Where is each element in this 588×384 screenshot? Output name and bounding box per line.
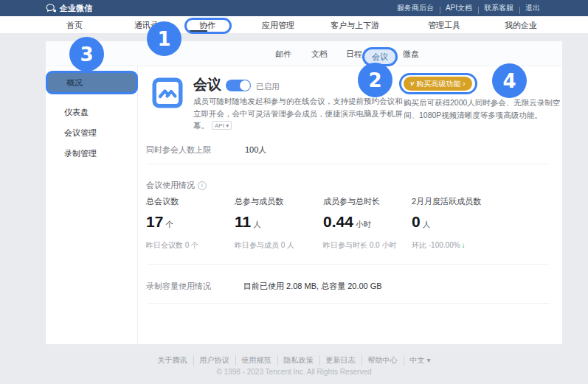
divider-3 [148,303,550,304]
footer: 关于腾讯 用户协议 使用规范 隐私政策 更新日志 帮助中心 中文 ▾ [0,355,588,366]
page: 企业微信 服务商后台 API文档 联系客服 退出 首页 通讯录 协作 应用管理 … [0,0,588,384]
topbar-link-provider-console[interactable]: 服务商后台 [391,3,440,13]
footer-link-terms[interactable]: 用户协议 [193,355,235,366]
usage-title: 会议使用情况 i [146,180,207,191]
stat-label: 2月月度活跃成员数 [412,196,499,207]
limit-value: 100人 [245,144,266,156]
nav-item-admin-tools[interactable]: 管理工具 [428,16,460,34]
meeting-app-icon [151,77,184,109]
divider-1 [148,164,550,164]
stat-label: 总参与成员数 [235,196,322,207]
copyright: © 1998 - 2023 Tencent Inc. All Rights Re… [0,368,588,376]
stat-sub: 环比 -100.00%↓ [412,240,499,251]
brand[interactable]: 企业微信 [46,0,92,16]
app-description: 成员可随时随地发起和参与的在线会议，支持提前预约会议和立即开会，会中可灵活管理参… [193,95,406,132]
content-card: 邮件 文档 日程 会议 微盘 概况 仪表盘 会议管理 录制管理 会议 已启用 成… [46,41,562,344]
vip-icon: V [410,80,414,87]
topbar-link-contact-support[interactable]: 联系客服 [478,3,519,13]
buy-premium-label: 购买高级功能 [416,79,460,89]
api-dropdown[interactable]: API ▾ [212,121,232,130]
divider-2 [148,264,550,265]
footer-link-changelog[interactable]: 更新日志 [319,355,362,366]
nav-item-apps[interactable]: 应用管理 [262,16,294,34]
nav-item-customers[interactable]: 客户与上下游 [331,16,379,34]
tab-mail[interactable]: 邮件 [275,41,291,66]
tab-drive[interactable]: 微盘 [403,41,419,66]
stat-unit: 人 [253,220,261,230]
status-text: 已启用 [256,82,280,92]
stat-total-duration: 成员参与总时长 0.44小时 昨日参与时长 0.0 小时 [323,196,410,251]
stat-value: 11 [235,213,251,231]
footer-link-help[interactable]: 帮助中心 [362,355,404,366]
stat-unit: 小时 [356,220,371,230]
subtabs: 邮件 文档 日程 会议 微盘 [46,41,562,66]
limit-label: 同时参会人数上限 [146,144,211,156]
tab-calendar[interactable]: 日程 [346,41,362,66]
chevron-down-icon: ▾ [226,122,229,129]
trend-down-icon: ↓ [462,241,466,249]
premium-description: 购买后可获得2000人同时参会、无限云录制空间、1080P视频清晰度等多项高级功… [404,97,561,121]
topbar-links: 服务商后台 API文档 联系客服 退出 [391,0,546,16]
footer-link-about[interactable]: 关于腾讯 [152,355,193,366]
stat-unit: 人 [423,220,431,230]
nav-item-home[interactable]: 首页 [66,16,83,34]
topbar-link-logout[interactable]: 退出 [519,3,546,13]
footer-link-privacy[interactable]: 隐私政策 [277,355,319,366]
stat-unit: 个 [165,220,173,230]
page-title: 会议 [193,75,221,94]
tab-docs[interactable]: 文档 [311,41,328,66]
stat-value: 0 [412,213,421,231]
step-circle-1: 1 [147,21,181,56]
toggle-knob [240,80,250,91]
chevron-down-icon: ▾ [426,356,430,364]
step-circle-3: 3 [69,37,104,71]
stat-sub: 昨日会议数 0 个 [146,240,233,251]
nav-item-my-company[interactable]: 我的企业 [505,16,537,34]
main-nav: 首页 通讯录 协作 应用管理 客户与上下游 管理工具 我的企业 [0,16,588,34]
nav-active-indicator [190,30,207,33]
stat-total-participants: 总参与成员数 11人 昨日参与成员 0 人 [235,196,322,251]
stat-monthly-active: 2月月度活跃成员数 0人 环比 -100.00%↓ [412,196,499,251]
stat-value: 0.44 [323,213,353,231]
enable-toggle[interactable] [226,80,251,91]
stat-sub: 昨日参与成员 0 人 [235,240,322,251]
info-icon[interactable]: i [198,181,207,190]
footer-link-rules[interactable]: 使用规范 [235,355,277,366]
stat-label: 总会议数 [146,196,233,207]
sidebar-item-recording-management[interactable]: 录制管理 [46,144,137,162]
buy-premium-button[interactable]: V 购买高级功能 › [404,77,472,91]
stat-sub: 昨日参与时长 0.0 小时 [323,240,410,251]
arrow-right-icon: › [463,80,465,88]
topbar: 企业微信 服务商后台 API文档 联系客服 退出 [0,0,588,16]
language-select[interactable]: 中文 ▾ [404,355,437,366]
recording-value: 目前已使用 2.08 MB, 总容量 20.00 GB [243,281,382,292]
wework-logo-icon [46,4,57,13]
sidebar-item-overview[interactable]: 概况 [46,71,138,94]
brand-label: 企业微信 [60,3,92,14]
step-circle-2: 2 [358,63,392,97]
stat-value: 17 [146,213,163,231]
recording-label: 录制容量使用情况 [146,281,211,292]
sidebar-item-dashboard[interactable]: 仪表盘 [46,103,137,121]
step-circle-4: 4 [492,63,527,98]
sidebar-divider [137,66,138,344]
stat-total-meetings: 总会议数 17个 昨日会议数 0 个 [146,196,233,251]
stat-label: 成员参与总时长 [323,196,410,207]
topbar-link-api-docs[interactable]: API文档 [440,3,478,13]
sidebar-item-meeting-management[interactable]: 会议管理 [46,124,137,142]
